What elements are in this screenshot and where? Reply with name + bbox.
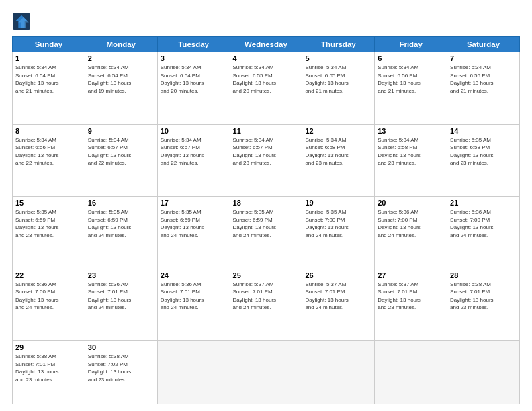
calendar-cell	[302, 341, 375, 404]
day-info: Sunrise: 5:37 AMSunset: 7:01 PMDaylight:…	[305, 281, 371, 312]
day-info: Sunrise: 5:35 AMSunset: 7:00 PMDaylight:…	[305, 208, 371, 239]
day-info: Sunrise: 5:37 AMSunset: 7:01 PMDaylight:…	[378, 281, 444, 312]
day-info: Sunrise: 5:34 AMSunset: 6:55 PMDaylight:…	[233, 64, 300, 95]
calendar-cell: 11Sunrise: 5:34 AMSunset: 6:57 PMDayligh…	[230, 124, 302, 197]
calendar-cell	[375, 341, 447, 404]
calendar-cell: 8Sunrise: 5:34 AMSunset: 6:56 PMDaylight…	[13, 124, 85, 197]
calendar-cell: 30Sunrise: 5:38 AMSunset: 7:02 PMDayligh…	[85, 341, 157, 404]
calendar-week-row: 8Sunrise: 5:34 AMSunset: 6:56 PMDaylight…	[13, 124, 520, 197]
day-number: 7	[450, 54, 517, 62]
day-info: Sunrise: 5:34 AMSunset: 6:54 PMDaylight:…	[15, 64, 82, 95]
day-number: 28	[450, 271, 517, 279]
calendar-cell: 4Sunrise: 5:34 AMSunset: 6:55 PMDaylight…	[230, 52, 302, 125]
day-info: Sunrise: 5:36 AMSunset: 7:00 PMDaylight:…	[450, 208, 517, 239]
calendar-cell: 25Sunrise: 5:37 AMSunset: 7:01 PMDayligh…	[230, 269, 302, 341]
day-info: Sunrise: 5:38 AMSunset: 7:02 PMDaylight:…	[88, 353, 154, 383]
day-number: 12	[305, 127, 371, 135]
day-number: 14	[450, 127, 517, 135]
calendar-cell	[230, 341, 302, 404]
calendar-cell: 3Sunrise: 5:34 AMSunset: 6:54 PMDaylight…	[157, 52, 230, 125]
calendar-cell: 18Sunrise: 5:35 AMSunset: 6:59 PMDayligh…	[230, 197, 302, 269]
calendar-body: 1Sunrise: 5:34 AMSunset: 6:54 PMDaylight…	[13, 52, 520, 404]
calendar-cell: 22Sunrise: 5:36 AMSunset: 7:00 PMDayligh…	[13, 269, 85, 341]
calendar-cell: 1Sunrise: 5:34 AMSunset: 6:54 PMDaylight…	[13, 52, 85, 125]
day-number: 26	[305, 271, 371, 279]
calendar-week-row: 15Sunrise: 5:35 AMSunset: 6:59 PMDayligh…	[13, 197, 520, 269]
calendar-cell: 13Sunrise: 5:34 AMSunset: 6:58 PMDayligh…	[375, 124, 447, 197]
day-number: 10	[161, 127, 227, 135]
day-number: 16	[88, 199, 154, 207]
day-number: 5	[305, 54, 371, 62]
calendar-week-row: 29Sunrise: 5:38 AMSunset: 7:01 PMDayligh…	[13, 341, 520, 404]
day-info: Sunrise: 5:38 AMSunset: 7:01 PMDaylight:…	[450, 281, 517, 312]
day-number: 4	[233, 54, 300, 62]
calendar-cell: 24Sunrise: 5:36 AMSunset: 7:01 PMDayligh…	[157, 269, 230, 341]
calendar-cell: 12Sunrise: 5:34 AMSunset: 6:58 PMDayligh…	[302, 124, 375, 197]
day-info: Sunrise: 5:34 AMSunset: 6:57 PMDaylight:…	[161, 136, 227, 167]
day-of-week-header: Saturday	[447, 37, 520, 52]
calendar-cell: 7Sunrise: 5:34 AMSunset: 6:56 PMDaylight…	[447, 52, 520, 125]
day-of-week-header: Monday	[85, 37, 157, 52]
day-info: Sunrise: 5:34 AMSunset: 6:54 PMDaylight:…	[161, 64, 227, 95]
day-info: Sunrise: 5:37 AMSunset: 7:01 PMDaylight:…	[233, 281, 300, 312]
day-number: 22	[15, 271, 82, 279]
day-info: Sunrise: 5:35 AMSunset: 6:59 PMDaylight:…	[233, 208, 300, 239]
general-blue-logo-icon	[12, 12, 31, 31]
day-number: 20	[378, 199, 444, 207]
calendar-cell: 21Sunrise: 5:36 AMSunset: 7:00 PMDayligh…	[447, 197, 520, 269]
calendar-cell: 9Sunrise: 5:34 AMSunset: 6:57 PMDaylight…	[85, 124, 157, 197]
calendar-cell: 20Sunrise: 5:36 AMSunset: 7:00 PMDayligh…	[375, 197, 447, 269]
day-number: 24	[161, 271, 227, 279]
day-of-week-header: Thursday	[302, 37, 375, 52]
day-info: Sunrise: 5:34 AMSunset: 6:57 PMDaylight:…	[233, 136, 300, 167]
day-number: 6	[378, 54, 444, 62]
calendar-cell: 10Sunrise: 5:34 AMSunset: 6:57 PMDayligh…	[157, 124, 230, 197]
day-of-week-header: Sunday	[13, 37, 85, 52]
day-info: Sunrise: 5:34 AMSunset: 6:55 PMDaylight:…	[305, 64, 371, 95]
day-number: 23	[88, 271, 154, 279]
calendar-week-row: 1Sunrise: 5:34 AMSunset: 6:54 PMDaylight…	[13, 52, 520, 125]
calendar-cell: 29Sunrise: 5:38 AMSunset: 7:01 PMDayligh…	[13, 341, 85, 404]
day-number: 19	[305, 199, 371, 207]
day-info: Sunrise: 5:38 AMSunset: 7:01 PMDaylight:…	[15, 353, 82, 383]
day-number: 9	[88, 127, 154, 135]
calendar-cell: 14Sunrise: 5:35 AMSunset: 6:58 PMDayligh…	[447, 124, 520, 197]
logo	[12, 12, 34, 31]
calendar-cell: 5Sunrise: 5:34 AMSunset: 6:55 PMDaylight…	[302, 52, 375, 125]
day-info: Sunrise: 5:34 AMSunset: 6:58 PMDaylight:…	[305, 136, 371, 167]
day-number: 1	[15, 54, 82, 62]
calendar-cell: 19Sunrise: 5:35 AMSunset: 7:00 PMDayligh…	[302, 197, 375, 269]
day-info: Sunrise: 5:34 AMSunset: 6:57 PMDaylight:…	[88, 136, 154, 167]
day-of-week-header: Friday	[375, 37, 447, 52]
day-info: Sunrise: 5:34 AMSunset: 6:56 PMDaylight:…	[378, 64, 444, 95]
calendar-cell: 15Sunrise: 5:35 AMSunset: 6:59 PMDayligh…	[13, 197, 85, 269]
day-of-week-header: Wednesday	[230, 37, 302, 52]
calendar-week-row: 22Sunrise: 5:36 AMSunset: 7:00 PMDayligh…	[13, 269, 520, 341]
day-number: 3	[161, 54, 227, 62]
day-number: 13	[378, 127, 444, 135]
day-info: Sunrise: 5:36 AMSunset: 7:01 PMDaylight:…	[161, 281, 227, 312]
day-info: Sunrise: 5:34 AMSunset: 6:58 PMDaylight:…	[378, 136, 444, 167]
calendar-cell: 23Sunrise: 5:36 AMSunset: 7:01 PMDayligh…	[85, 269, 157, 341]
day-number: 17	[161, 199, 227, 207]
day-info: Sunrise: 5:36 AMSunset: 7:00 PMDaylight:…	[15, 281, 82, 312]
calendar-cell: 16Sunrise: 5:35 AMSunset: 6:59 PMDayligh…	[85, 197, 157, 269]
calendar-cell: 2Sunrise: 5:34 AMSunset: 6:54 PMDaylight…	[85, 52, 157, 125]
day-info: Sunrise: 5:34 AMSunset: 6:56 PMDaylight:…	[15, 136, 82, 167]
calendar-table: SundayMondayTuesdayWednesdayThursdayFrid…	[12, 36, 520, 404]
day-of-week-header: Tuesday	[157, 37, 230, 52]
day-number: 8	[15, 127, 82, 135]
day-number: 15	[15, 199, 82, 207]
day-info: Sunrise: 5:36 AMSunset: 7:01 PMDaylight:…	[88, 281, 154, 312]
calendar-cell: 17Sunrise: 5:35 AMSunset: 6:59 PMDayligh…	[157, 197, 230, 269]
day-number: 30	[88, 343, 154, 351]
day-info: Sunrise: 5:34 AMSunset: 6:54 PMDaylight:…	[88, 64, 154, 95]
day-number: 25	[233, 271, 300, 279]
day-of-week-row: SundayMondayTuesdayWednesdayThursdayFrid…	[13, 37, 520, 52]
calendar-cell: 27Sunrise: 5:37 AMSunset: 7:01 PMDayligh…	[375, 269, 447, 341]
day-info: Sunrise: 5:34 AMSunset: 6:56 PMDaylight:…	[450, 64, 517, 95]
calendar-cell	[447, 341, 520, 404]
header	[12, 12, 520, 31]
day-number: 2	[88, 54, 154, 62]
day-number: 29	[15, 343, 82, 351]
